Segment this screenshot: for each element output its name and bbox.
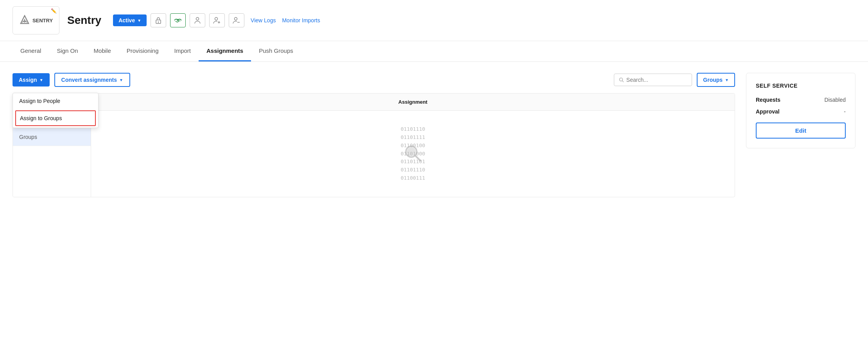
left-panel: Assign ▼ Assign to People Assign to Grou… — [13, 73, 735, 197]
person-remove-icon-button[interactable] — [229, 13, 244, 27]
status-chevron-icon: ▼ — [137, 18, 141, 23]
assignments-table: Fi... Pe... Groups Assignment 01101110 0… — [13, 93, 735, 197]
assign-dropdown-menu: Assign to People Assign to Groups — [13, 93, 99, 128]
assignment-body: 01101110 01101111 01100100 01101000 0110… — [91, 111, 735, 197]
table-layout: Fi... Pe... Groups Assignment 01101110 0… — [13, 94, 735, 197]
requests-label: Requests — [756, 97, 780, 103]
svg-line-11 — [622, 81, 624, 82]
tab-sign-on[interactable]: Sign On — [49, 41, 86, 61]
lock-icon-button[interactable] — [151, 13, 166, 27]
tab-assignments[interactable]: Assignments — [199, 41, 251, 61]
self-service-title: SELF SERVICE — [756, 83, 846, 89]
assign-to-groups-item[interactable]: Assign to Groups — [15, 110, 96, 126]
assign-dropdown-container: Assign ▼ Assign to People Assign to Grou… — [13, 73, 50, 86]
person-add-icon-button[interactable] — [209, 13, 225, 27]
tab-mobile[interactable]: Mobile — [86, 41, 119, 61]
app-header: ✏️ SENTRY Sentry Active ▼ — [0, 0, 868, 41]
handshake-icon — [174, 17, 182, 23]
svg-point-5 — [215, 18, 218, 20]
assign-to-people-item[interactable]: Assign to People — [13, 93, 98, 109]
assignment-column-header: Assignment — [91, 94, 735, 111]
assign-chevron-icon: ▼ — [39, 78, 43, 82]
person-icon — [194, 17, 201, 24]
handshake-icon-button[interactable] — [170, 13, 186, 27]
tab-provisioning[interactable]: Provisioning — [119, 41, 167, 61]
approval-label: Approval — [756, 108, 780, 115]
app-title: Sentry — [67, 14, 101, 27]
search-box[interactable] — [614, 74, 692, 86]
requests-value: Disabled — [825, 97, 846, 103]
status-button[interactable]: Active ▼ — [113, 14, 147, 26]
assignment-column: Assignment 01101110 01101111 01100100 01… — [91, 94, 735, 197]
header-controls: Active ▼ — [113, 13, 320, 27]
groups-button[interactable]: Groups ▼ — [697, 73, 735, 87]
sentry-logo-svg — [19, 15, 30, 26]
logo-label: SENTRY — [32, 18, 53, 23]
view-logs-link[interactable]: View Logs — [251, 17, 276, 23]
convert-assignments-button[interactable]: Convert assignments ▼ — [54, 73, 130, 87]
person-remove-icon — [233, 17, 240, 24]
svg-point-14 — [407, 148, 415, 155]
groups-chevron-icon: ▼ — [725, 78, 729, 82]
person-icon-button[interactable] — [190, 13, 205, 27]
person-add-icon — [213, 17, 221, 24]
convert-chevron-icon: ▼ — [119, 78, 123, 82]
svg-point-8 — [235, 18, 237, 20]
logo-display: SENTRY — [19, 15, 53, 26]
search-icon — [619, 77, 624, 83]
requests-row: Requests Disabled — [756, 97, 846, 103]
svg-point-4 — [196, 18, 199, 20]
magnifier-overlay — [404, 144, 422, 164]
approval-row: Approval - — [756, 108, 846, 115]
right-panel: SELF SERVICE Requests Disabled Approval … — [746, 73, 855, 197]
filter-row-groups[interactable]: Groups — [13, 128, 91, 146]
monitor-imports-link[interactable]: Monitor Imports — [282, 17, 320, 23]
logo-box: ✏️ SENTRY — [13, 6, 59, 34]
assign-button[interactable]: Assign ▼ — [13, 73, 50, 86]
nav-tabs: General Sign On Mobile Provisioning Impo… — [0, 41, 868, 62]
edit-button[interactable]: Edit — [756, 123, 846, 139]
search-input[interactable] — [626, 77, 687, 83]
tab-general[interactable]: General — [13, 41, 49, 61]
approval-value: - — [844, 108, 846, 115]
tab-import[interactable]: Import — [166, 41, 199, 61]
toolbar: Assign ▼ Assign to People Assign to Grou… — [13, 73, 735, 87]
svg-line-13 — [415, 155, 420, 160]
svg-point-1 — [158, 22, 159, 22]
self-service-card: SELF SERVICE Requests Disabled Approval … — [746, 73, 855, 148]
tab-push-groups[interactable]: Push Groups — [251, 41, 301, 61]
binary-display: 01101110 01101111 01100100 01101000 0110… — [401, 125, 425, 182]
lock-icon — [155, 17, 161, 24]
edit-logo-icon[interactable]: ✏️ — [51, 8, 57, 14]
magnifier-icon — [404, 144, 422, 162]
main-content: Assign ▼ Assign to People Assign to Grou… — [0, 62, 868, 208]
